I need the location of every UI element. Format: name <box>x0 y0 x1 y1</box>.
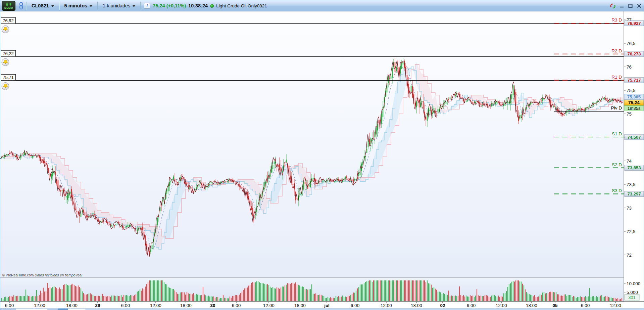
price-change: (+0,11%) <box>166 3 186 8</box>
pivot-label: S1 D <box>612 131 622 136</box>
pivot-value-box: 74,507 <box>625 134 644 140</box>
pivot-label: R3 D <box>611 17 622 23</box>
sync-icon[interactable] <box>609 3 616 9</box>
time-tick-label: 12:00 <box>381 303 392 308</box>
time-tick-label: 18:00 <box>180 303 192 308</box>
price-tick-label: 72,5 <box>627 229 635 234</box>
time-tick-label: 6:00 <box>581 303 590 308</box>
pivot-value-box: 76,927 <box>625 20 644 26</box>
pivot-value-box: 75,717 <box>625 78 644 83</box>
demo-mode-badge: DEMO <box>2 1 15 11</box>
units-dropdown[interactable]: 1 k unidades <box>99 1 139 10</box>
price-tick-label: 72 <box>627 253 632 258</box>
pivot-value-label: 73,853 <box>628 165 641 170</box>
time-tick-label: 18:00 <box>411 303 422 308</box>
pivot-value-label: 76,273 <box>628 51 641 56</box>
pivot-label: S2 D <box>612 162 622 167</box>
chevron-down-icon <box>90 5 92 7</box>
instrument-full-name: Light Crude Oil Only0821 <box>216 3 267 8</box>
countdown-label: 1m35s <box>627 106 641 111</box>
time-tick-label: 12:00 <box>263 303 275 308</box>
demo-label: DEMO <box>4 7 13 9</box>
price-pane-background <box>0 11 624 278</box>
chart-toolbar: DEMO CL0821 5 minutos 1 k unidades i 75,… <box>0 0 644 11</box>
volume-current-label: 301 <box>628 295 636 300</box>
time-tick-label: 6:00 <box>467 303 476 308</box>
pivot-value-box: 73,297 <box>625 191 644 196</box>
footer-note: © ProRealTime.com Datos recibidos en tie… <box>2 273 83 277</box>
price-tick-label: 73 <box>627 206 632 211</box>
time-tick-label: 29 <box>95 303 100 308</box>
time-tick-label: 12:00 <box>610 303 621 308</box>
pivot-value-label: 74,507 <box>628 135 641 140</box>
price-tick-label: 76,5 <box>627 41 635 46</box>
price-tick-label: 76 <box>627 64 632 70</box>
instrument-label: CL0821 <box>32 3 49 8</box>
pivot-label: R2 D <box>611 48 622 53</box>
price-tick-label: 73,5 <box>627 182 635 187</box>
quote-time: 10:38:24 <box>188 3 208 8</box>
time-tick-label: 18:00 <box>526 303 537 308</box>
time-tick-label: 6:00 <box>351 303 359 308</box>
pivot-label: S3 D <box>612 188 622 193</box>
pivot-value-label: 75,717 <box>628 78 641 83</box>
bell-clapper-icon <box>5 63 6 64</box>
price-tick-label: 75,5 <box>627 88 635 93</box>
window-controls <box>609 0 642 11</box>
pivot-value-box: 76,273 <box>625 51 644 57</box>
time-tick-label: 18:00 <box>66 303 78 308</box>
timeframe-dropdown[interactable]: 5 minutos <box>61 1 96 10</box>
scrollbar-range-shade <box>47 309 58 310</box>
chevron-down-icon <box>133 5 135 7</box>
toolbar-separator <box>97 2 98 10</box>
chart-canvas[interactable]: R3 DR2 DR1 DPiv DS1 DS2 DS3 D76,9276,227… <box>0 11 644 310</box>
last-price: 75,24 <box>153 3 165 8</box>
volume-tick-label: 5.000 <box>627 290 638 295</box>
instrument-dropdown[interactable]: CL0821 <box>28 1 58 10</box>
prorealtime-window: DEMO CL0821 5 minutos 1 k unidades i 75,… <box>0 0 644 310</box>
timeframe-label: 5 minutos <box>64 3 87 8</box>
time-tick-label: 02 <box>440 303 445 308</box>
time-tick-label: 18:00 <box>294 303 306 308</box>
bell-clapper-icon <box>5 87 6 88</box>
time-tick-label: 12:00 <box>496 303 507 308</box>
time-tick-label: 30 <box>210 303 215 308</box>
scrollbar-left-button-2[interactable] <box>11 309 15 310</box>
horizontal-scrollbar[interactable] <box>0 309 644 310</box>
pivot-value-label: 73,297 <box>628 191 641 196</box>
pivot-label: R1 D <box>611 75 622 80</box>
last-price-label: 75,24 <box>628 100 640 105</box>
alert-price-label: 75,71 <box>3 75 14 80</box>
units-label: 1 k unidades <box>103 3 130 8</box>
minimize-button[interactable] <box>618 3 625 9</box>
time-tick-label: 05 <box>552 303 558 308</box>
link-chain-icon[interactable] <box>17 1 25 10</box>
indicator-value-label: 75,305 <box>627 94 641 99</box>
alert-price-label: 76,22 <box>3 51 14 56</box>
last-price-and-change: 75,24 (+0,11%) <box>153 3 186 8</box>
time-tick-label: 6:00 <box>232 303 241 308</box>
time-tick-label: 12:00 <box>150 303 161 308</box>
maximize-button[interactable] <box>627 3 634 9</box>
toolbar-separator <box>140 2 141 10</box>
pivot-label: Piv D <box>611 105 622 110</box>
time-tick-label: jul <box>324 303 330 308</box>
bell-clapper-icon <box>5 30 6 31</box>
scrollbar-thumb[interactable] <box>58 309 68 310</box>
copyright-label: © ProRealTime.com Datos recibidos en tie… <box>2 273 83 277</box>
price-tick-label: 75 <box>627 112 632 117</box>
toolbar-separator <box>26 2 27 10</box>
info-icon[interactable]: i <box>144 3 150 9</box>
demo-candles-icon <box>4 2 13 7</box>
price-tick-label: 74 <box>627 159 632 164</box>
chevron-down-icon <box>51 5 54 7</box>
time-tick-label: 6:00 <box>5 303 14 308</box>
scrollbar-left-button[interactable] <box>0 309 10 310</box>
close-button[interactable] <box>636 3 642 9</box>
time-tick-label: 6:00 <box>121 303 130 308</box>
quote-strip: 75,24 (+0,11%) 10:38:24 Light Crude Oil … <box>153 3 267 8</box>
pivot-value-box: 73,853 <box>625 165 644 171</box>
scrollbar-track[interactable] <box>0 309 644 310</box>
toolbar-separator <box>59 2 59 10</box>
realtime-status-icon <box>210 4 214 8</box>
